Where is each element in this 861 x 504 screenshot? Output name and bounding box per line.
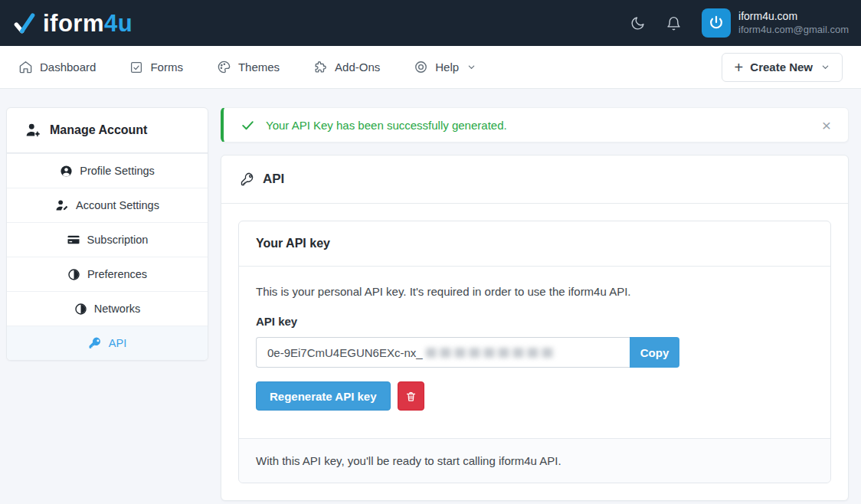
api-key-label: API key (256, 315, 814, 328)
user-menu[interactable]: iform4u.com iform4u.com@gmail.com (702, 8, 849, 38)
adjust-icon (74, 303, 87, 316)
menu-item-dashboard[interactable]: Dashboard (18, 60, 96, 74)
checkmark-logo-icon (12, 11, 37, 35)
dark-mode-moon-icon[interactable] (630, 15, 646, 31)
sidebar-item-api[interactable]: API (7, 326, 208, 360)
copy-button[interactable]: Copy (630, 337, 679, 368)
api-key-input[interactable]: 0e-9Ei7CmU4EGUN6EXc-nx_ (256, 337, 630, 368)
api-key-card-footer: With this API key, you'll be ready to st… (239, 438, 830, 483)
check-square-icon (129, 61, 143, 74)
sidebar-item-label: API (109, 337, 126, 349)
api-key-value: 0e-9Ei7CmU4EGUN6EXc-nx_ (267, 346, 423, 359)
menu-item-themes[interactable]: Themes (217, 60, 280, 74)
adjust-icon (67, 268, 80, 281)
sidebar-item-label: Profile Settings (80, 165, 155, 177)
sidebar-item-networks[interactable]: Networks (7, 291, 208, 326)
api-key-card: Your API key This is your personal API k… (238, 221, 831, 483)
delete-api-key-button[interactable] (398, 381, 424, 411)
key-icon (88, 336, 102, 350)
sidebar-item-label: Networks (94, 303, 140, 315)
palette-icon (217, 60, 231, 74)
account-sidebar: Manage Account Profile Settings Account … (6, 107, 208, 361)
avatar (702, 8, 731, 38)
brand-name: iform4u (43, 11, 133, 35)
check-icon (241, 118, 255, 133)
user-gear-icon (25, 122, 42, 139)
api-key-redacted-blur (426, 348, 555, 358)
regenerate-api-key-button[interactable]: Regenerate API key (256, 381, 391, 411)
user-edit-icon (55, 198, 69, 212)
top-navbar: iform4u iform4u.com iform4u.com@gmail (0, 0, 861, 46)
user-circle-icon (60, 165, 73, 178)
api-key-description: This is your personal API key. It's requ… (256, 285, 814, 298)
api-key-card-title: Your API key (239, 221, 830, 267)
create-new-button[interactable]: + Create New (722, 53, 843, 82)
menu-item-label: Themes (238, 61, 280, 74)
plus-icon: + (735, 60, 744, 75)
chevron-down-icon (467, 63, 476, 71)
user-email: iform4u.com@gmail.com (738, 24, 849, 36)
menu-item-addons[interactable]: Add-Ons (313, 60, 380, 74)
menu-item-label: Add-Ons (335, 61, 380, 74)
sidebar-item-preferences[interactable]: Preferences (7, 257, 208, 291)
menu-item-label: Help (435, 61, 459, 74)
api-panel: API Your API key This is your personal A… (221, 155, 849, 501)
brand-logo[interactable]: iform4u (12, 11, 133, 35)
user-name: iform4u.com (738, 10, 849, 24)
sidebar-title: Manage Account (50, 123, 147, 137)
success-alert: Your API Key has been successfully gener… (221, 107, 849, 142)
menu-item-forms[interactable]: Forms (129, 61, 183, 74)
power-icon (708, 15, 725, 31)
menu-item-help[interactable]: Help (414, 60, 476, 74)
notifications-bell-icon[interactable] (666, 15, 682, 31)
sidebar-item-label: Account Settings (76, 199, 159, 211)
sidebar-header: Manage Account (7, 108, 208, 153)
menu-item-label: Forms (150, 61, 183, 74)
api-panel-title: API (263, 172, 284, 187)
credit-card-icon (67, 233, 80, 247)
api-panel-header: API (221, 155, 848, 204)
key-outline-icon (240, 172, 255, 187)
home-icon (18, 60, 33, 74)
trash-icon (405, 391, 417, 402)
create-new-label: Create New (750, 61, 813, 74)
sidebar-item-subscription[interactable]: Subscription (7, 222, 208, 257)
sidebar-item-profile-settings[interactable]: Profile Settings (7, 153, 208, 188)
sidebar-item-label: Preferences (87, 268, 147, 280)
close-icon[interactable]: × (822, 117, 831, 133)
sidebar-item-label: Subscription (87, 234, 149, 246)
menu-item-label: Dashboard (40, 61, 96, 74)
main-menu: Dashboard Forms Themes Add-Ons (0, 46, 861, 89)
chevron-down-icon (821, 63, 830, 71)
alert-message: Your API Key has been successfully gener… (266, 119, 507, 132)
sidebar-item-account-settings[interactable]: Account Settings (7, 188, 208, 222)
api-key-input-group: 0e-9Ei7CmU4EGUN6EXc-nx_ Copy (256, 337, 679, 368)
life-ring-icon (414, 60, 428, 74)
puzzle-icon (313, 60, 328, 74)
